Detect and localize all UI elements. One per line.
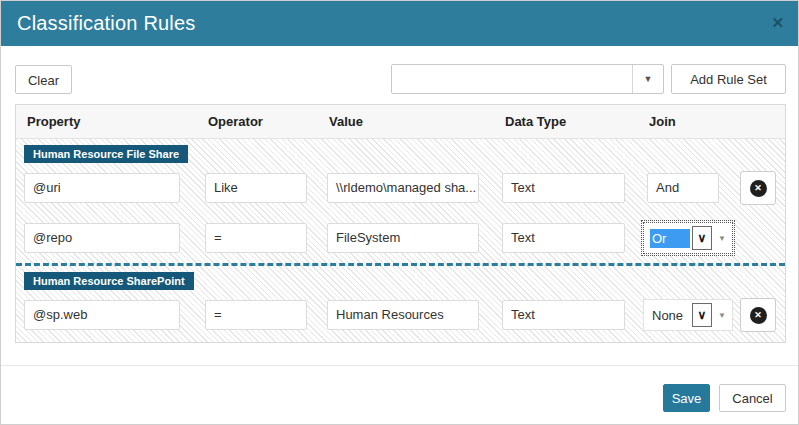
- rule-set-combobox[interactable]: ▼: [391, 64, 664, 94]
- combo-dropdown-caret-icon[interactable]: ▼: [632, 65, 663, 93]
- dropdown-caret-icon[interactable]: ▼: [718, 234, 726, 243]
- column-header-property: Property: [27, 105, 80, 138]
- value-input[interactable]: FileSystem: [327, 223, 479, 253]
- operator-input[interactable]: =: [205, 300, 307, 330]
- cancel-button[interactable]: Cancel: [719, 384, 786, 412]
- rule-set: Human Resource File Share@uriLike\\rldem…: [16, 139, 785, 263]
- join-input[interactable]: And: [647, 173, 719, 203]
- delete-rule-button[interactable]: ✕: [740, 171, 776, 205]
- dropdown-caret-icon[interactable]: ▼: [718, 311, 726, 320]
- rules-grid: Property Operator Value Data Type Join H…: [15, 104, 786, 343]
- classification-rules-dialog: Classification Rules ✕ Clear ▼ Add Rule …: [0, 0, 799, 425]
- column-header-join: Join: [649, 105, 676, 138]
- rule-set-label: Human Resource SharePoint: [24, 272, 194, 290]
- rule-row: @sp.web=Human ResourcesTextNone∨▼✕: [16, 290, 785, 340]
- operator-input[interactable]: =: [205, 223, 307, 253]
- property-input[interactable]: @repo: [24, 223, 180, 253]
- select-chevron-icon[interactable]: ∨: [692, 303, 712, 327]
- rules-grid-body: Human Resource File Share@uriLike\\rldem…: [16, 139, 785, 342]
- column-header-value: Value: [329, 105, 363, 138]
- select-chevron-icon[interactable]: ∨: [692, 226, 712, 250]
- operator-input[interactable]: Like: [205, 173, 307, 203]
- rule-set: Human Resource SharePoint@sp.web=Human R…: [16, 263, 785, 340]
- join-select-value[interactable]: None: [650, 306, 690, 325]
- add-rule-set-button[interactable]: Add Rule Set: [671, 64, 786, 94]
- join-select[interactable]: Or∨▼: [643, 222, 733, 254]
- property-input[interactable]: @uri: [24, 173, 180, 203]
- rule-row: @repo=FileSystemTextOr∨▼: [16, 213, 785, 263]
- column-header-operator: Operator: [208, 105, 263, 138]
- rules-grid-header: Property Operator Value Data Type Join: [16, 105, 785, 139]
- clear-button[interactable]: Clear: [15, 65, 72, 94]
- rule-row: @uriLike\\rldemo\managed sha...TextAnd✕: [16, 163, 785, 213]
- datatype-input[interactable]: Text: [502, 173, 625, 203]
- column-header-datatype: Data Type: [505, 105, 566, 138]
- rule-set-combo-input[interactable]: [392, 65, 649, 93]
- datatype-input[interactable]: Text: [502, 300, 625, 330]
- datatype-input[interactable]: Text: [502, 223, 625, 253]
- delete-x-icon: ✕: [750, 307, 767, 324]
- value-input[interactable]: Human Resources: [327, 300, 479, 330]
- join-select[interactable]: None∨▼: [643, 299, 733, 331]
- save-button[interactable]: Save: [663, 384, 710, 412]
- dialog-titlebar: Classification Rules ✕: [1, 1, 798, 46]
- dialog-title: Classification Rules: [17, 1, 196, 46]
- delete-x-icon: ✕: [750, 180, 767, 197]
- value-input[interactable]: \\rldemo\managed sha...: [327, 173, 479, 203]
- property-input[interactable]: @sp.web: [24, 300, 180, 330]
- rule-set-label: Human Resource File Share: [24, 145, 188, 163]
- footer-divider: [1, 365, 798, 366]
- join-select-value[interactable]: Or: [650, 229, 690, 248]
- delete-rule-button[interactable]: ✕: [740, 298, 776, 332]
- close-icon[interactable]: ✕: [771, 14, 784, 32]
